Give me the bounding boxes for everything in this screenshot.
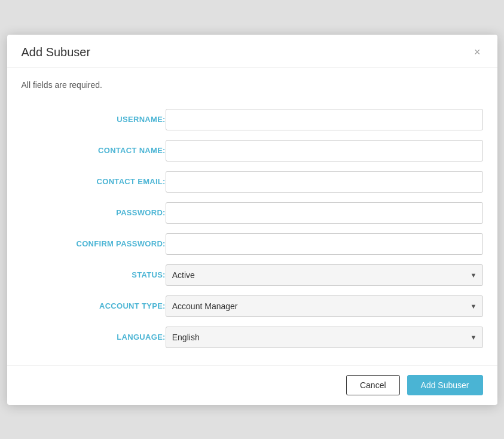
modal-body: All fields are required. USERNAME:CONTAC… — [7, 68, 497, 365]
label-password: PASSWORD: — [22, 197, 166, 228]
input-cell-status: ActiveInactive — [166, 260, 483, 291]
label-status: STATUS: — [22, 260, 166, 291]
language-select-wrapper: EnglishSpanishFrench — [166, 327, 483, 348]
password-input[interactable] — [166, 202, 483, 224]
required-note: All fields are required. — [22, 80, 483, 90]
label-contact_name: CONTACT NAME: — [22, 135, 166, 166]
label-confirm_password: CONFIRM PASSWORD: — [22, 228, 166, 260]
input-cell-password — [166, 197, 483, 228]
close-button[interactable]: × — [472, 47, 483, 57]
confirm_password-input[interactable] — [166, 233, 483, 255]
form-row-status: STATUS:ActiveInactive — [22, 260, 483, 291]
contact_email-input[interactable] — [166, 171, 483, 193]
modal-header: Add Subuser × — [7, 35, 497, 68]
form-row-language: LANGUAGE:EnglishSpanishFrench — [22, 322, 483, 353]
input-cell-username — [166, 104, 483, 135]
input-cell-language: EnglishSpanishFrench — [166, 322, 483, 353]
form-table: USERNAME:CONTACT NAME:CONTACT EMAIL:PASS… — [22, 104, 483, 353]
modal-title: Add Subuser — [22, 45, 91, 59]
label-account_type: ACCOUNT TYPE: — [22, 291, 166, 322]
account_type-select[interactable]: Account ManagerSub-Account — [166, 295, 483, 317]
label-username: USERNAME: — [22, 104, 166, 135]
form-row-password: PASSWORD: — [22, 197, 483, 228]
modal-overlay: Add Subuser × All fields are required. U… — [0, 0, 504, 439]
add-subuser-button[interactable]: Add Subuser — [407, 375, 483, 395]
label-language: LANGUAGE: — [22, 322, 166, 353]
modal-dialog: Add Subuser × All fields are required. U… — [7, 35, 497, 405]
cancel-button[interactable]: Cancel — [346, 375, 400, 395]
input-cell-contact_name — [166, 135, 483, 166]
input-cell-confirm_password — [166, 228, 483, 260]
contact_name-input[interactable] — [166, 140, 483, 161]
account_type-select-wrapper: Account ManagerSub-Account — [166, 295, 483, 317]
username-input[interactable] — [166, 109, 483, 130]
form-row-confirm_password: CONFIRM PASSWORD: — [22, 228, 483, 260]
modal-footer: Cancel Add Subuser — [7, 365, 497, 405]
status-select[interactable]: ActiveInactive — [166, 264, 483, 286]
status-select-wrapper: ActiveInactive — [166, 264, 483, 286]
form-row-contact_email: CONTACT EMAIL: — [22, 166, 483, 197]
input-cell-account_type: Account ManagerSub-Account — [166, 291, 483, 322]
language-select[interactable]: EnglishSpanishFrench — [166, 327, 483, 348]
label-contact_email: CONTACT EMAIL: — [22, 166, 166, 197]
input-cell-contact_email — [166, 166, 483, 197]
form-row-username: USERNAME: — [22, 104, 483, 135]
form-row-contact_name: CONTACT NAME: — [22, 135, 483, 166]
form-row-account_type: ACCOUNT TYPE:Account ManagerSub-Account — [22, 291, 483, 322]
